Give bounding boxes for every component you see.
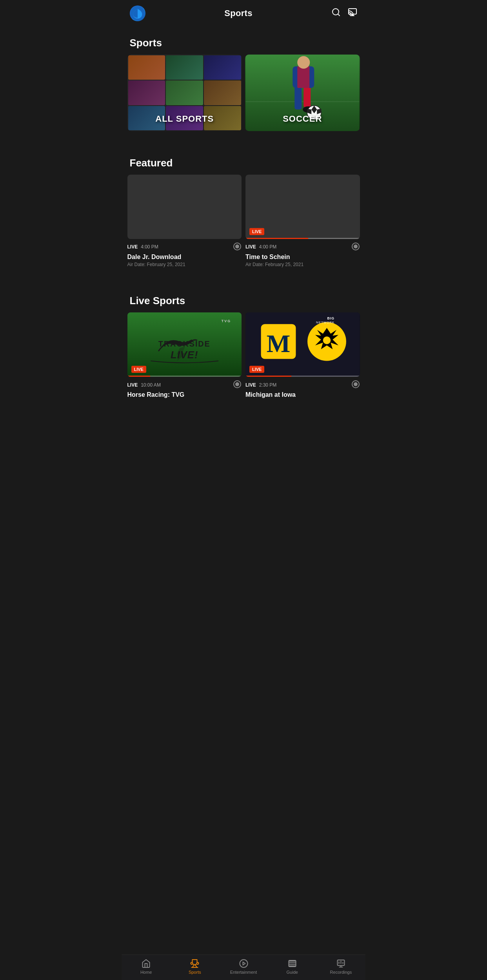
- svg-text:TVG: TVG: [221, 319, 231, 323]
- michigan-iowa-live-badge: LIVE: [249, 366, 264, 373]
- svg-text:M: M: [267, 330, 291, 358]
- all-sports-card[interactable]: ALL SPORTS: [127, 55, 242, 131]
- app-logo[interactable]: [130, 5, 145, 21]
- michigan-iowa-progress-fill: [245, 376, 291, 377]
- home-icon: [142, 959, 151, 968]
- search-icon[interactable]: [331, 7, 341, 19]
- svg-line-2: [338, 14, 340, 16]
- svg-rect-9: [303, 86, 311, 108]
- schein-record-icon[interactable]: [351, 242, 360, 251]
- cast-icon[interactable]: [348, 7, 357, 19]
- trackside-meta: LIVE 10:00 AM Horse Racing: TVG: [127, 377, 242, 401]
- featured-cards-row: LIVE 🦚 NBCSN LIVE 4:00 PM: [122, 175, 365, 269]
- trackside-title: Horse Racing: TVG: [127, 391, 242, 398]
- recordings-icon: [336, 959, 345, 968]
- trackside-live-label: LIVE: [127, 382, 138, 388]
- schein-live-time: LIVE 4:00 PM: [245, 242, 360, 252]
- dale-jr-date: Air Date: February 25, 2021: [127, 262, 242, 267]
- featured-section: Featured: [122, 151, 365, 269]
- trackside-thumbnail: TVG TRACKSIDE LIVE!: [127, 312, 242, 377]
- dale-jr-live-time: LIVE 4:00 PM: [127, 242, 242, 252]
- nav-guide[interactable]: Guide: [268, 959, 316, 975]
- trackside-card[interactable]: TVG TRACKSIDE LIVE!: [127, 312, 242, 401]
- nav-recordings-label: Recordings: [330, 970, 352, 975]
- dale-jr-title: Dale Jr. Download: [127, 253, 242, 261]
- nav-recordings[interactable]: Recordings: [316, 959, 365, 975]
- nav-home[interactable]: Home: [122, 959, 171, 975]
- nav-sports-label: Sports: [189, 970, 201, 975]
- grid-cell-3: [204, 55, 241, 80]
- grid-cell-4: [128, 80, 165, 105]
- nav-sports[interactable]: Sports: [171, 959, 219, 975]
- all-sports-label: ALL SPORTS: [127, 114, 242, 131]
- play-icon: [239, 959, 248, 968]
- nav-guide-label: Guide: [287, 970, 298, 975]
- michigan-iowa-live-time: LIVE 2:30 PM: [245, 380, 360, 390]
- schein-progress-bar: [245, 238, 360, 239]
- dale-jr-live-label: LIVE: [127, 244, 138, 250]
- schein-time: 4:00 PM: [259, 244, 277, 250]
- schein-card[interactable]: TIME TO SCHEIN CBS SPORTS LIVE ⚙ CBS SPO…: [245, 175, 360, 269]
- bottom-navigation: Home Sports Entertainment Guide: [122, 954, 365, 980]
- svg-text:NETWORK: NETWORK: [316, 321, 334, 324]
- svg-marker-65: [243, 962, 245, 965]
- svg-point-53: [235, 382, 239, 386]
- grid-cell-2: [166, 55, 203, 80]
- trackside-progress-bar: [127, 376, 242, 377]
- michigan-iowa-title: Michigan at Iowa: [245, 391, 360, 398]
- schein-meta: LIVE 4:00 PM Time to Schein Air Date: Fe…: [245, 239, 360, 269]
- dale-jr-time: 4:00 PM: [141, 244, 158, 250]
- svg-point-46: [354, 245, 358, 248]
- trophy-icon: [190, 959, 200, 968]
- dale-jr-card[interactable]: LIVE 🦚 NBCSN LIVE 4:00 PM: [127, 175, 242, 269]
- soccer-label: SOCCER: [245, 114, 360, 131]
- sports-section-title: Sports: [122, 31, 365, 55]
- nav-home-label: Home: [140, 970, 152, 975]
- svg-rect-8: [294, 86, 302, 109]
- svg-rect-13: [297, 66, 309, 88]
- trackside-live-badge: LIVE: [131, 366, 146, 373]
- live-sports-section-title: Live Sports: [122, 288, 365, 312]
- svg-point-14: [297, 56, 310, 69]
- michigan-iowa-live-label: LIVE: [245, 382, 256, 388]
- grid-cell-5: [166, 80, 203, 105]
- featured-section-title: Featured: [122, 151, 365, 175]
- sports-section: Sports ALL SPORTS: [122, 31, 365, 131]
- dale-jr-record-icon[interactable]: [233, 242, 242, 251]
- app-header: Sports: [122, 0, 365, 27]
- schein-progress-fill: [245, 238, 308, 239]
- schein-title: Time to Schein: [245, 253, 360, 261]
- guide-icon: [287, 959, 297, 968]
- main-content: Sports ALL SPORTS: [122, 27, 365, 444]
- svg-text:BIG: BIG: [327, 316, 334, 320]
- svg-point-59: [323, 336, 331, 344]
- nav-entertainment-label: Entertainment: [230, 970, 257, 975]
- header-actions: [331, 7, 357, 19]
- trackside-time: 10:00 AM: [141, 382, 161, 388]
- schein-date: Air Date: February 25, 2021: [245, 262, 360, 267]
- schein-live-label: LIVE: [245, 244, 256, 250]
- svg-point-64: [240, 960, 247, 967]
- svg-point-63: [354, 382, 358, 386]
- dale-jr-meta: LIVE 4:00 PM Dale Jr. Download Air Date:…: [127, 239, 242, 269]
- trackside-record-icon[interactable]: [233, 380, 242, 389]
- michigan-iowa-card[interactable]: M BIG NETWORK: [245, 312, 360, 401]
- michigan-iowa-record-icon[interactable]: [351, 380, 360, 389]
- schein-live-badge: LIVE: [249, 228, 264, 235]
- trackside-live-time: LIVE 10:00 AM: [127, 380, 242, 390]
- michigan-iowa-progress-bar: [245, 376, 360, 377]
- page-title: Sports: [224, 8, 252, 18]
- soccer-card[interactable]: SOCCER: [245, 55, 360, 131]
- live-sports-cards-row: TVG TRACKSIDE LIVE!: [122, 312, 365, 401]
- nav-entertainment[interactable]: Entertainment: [219, 959, 268, 975]
- michigan-iowa-time: 2:30 PM: [259, 382, 277, 388]
- michigan-iowa-thumbnail: M BIG NETWORK: [245, 312, 360, 377]
- grid-cell-6: [204, 80, 241, 105]
- trackside-progress-fill: [127, 376, 150, 377]
- michigan-iowa-meta: LIVE 2:30 PM Michigan at Iowa: [245, 377, 360, 401]
- svg-point-28: [235, 245, 239, 248]
- grid-cell-1: [128, 55, 165, 80]
- categories-row: ALL SPORTS: [122, 55, 365, 131]
- live-sports-section: Live Sports: [122, 288, 365, 401]
